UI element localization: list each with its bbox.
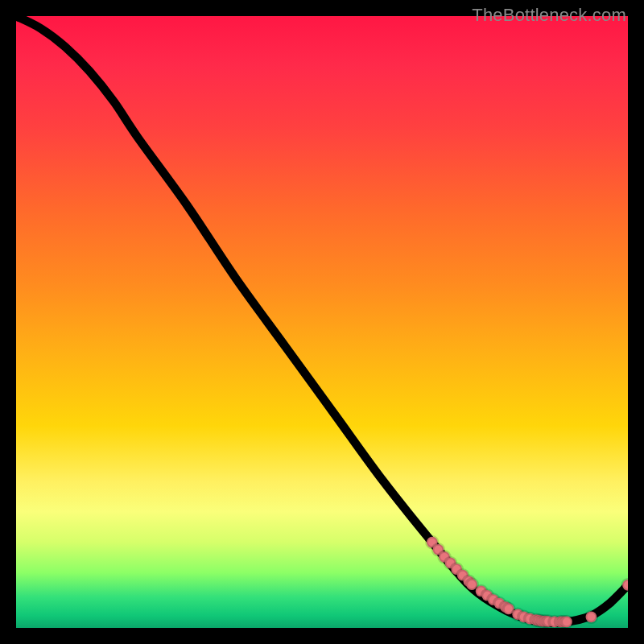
- watermark-label: TheBottleneck.com: [472, 5, 626, 26]
- data-point: [586, 611, 597, 622]
- chart-area: [16, 16, 628, 628]
- data-point: [561, 617, 572, 628]
- chart-svg: [16, 16, 628, 628]
- data-point: [622, 580, 628, 591]
- curve-line: [16, 16, 628, 622]
